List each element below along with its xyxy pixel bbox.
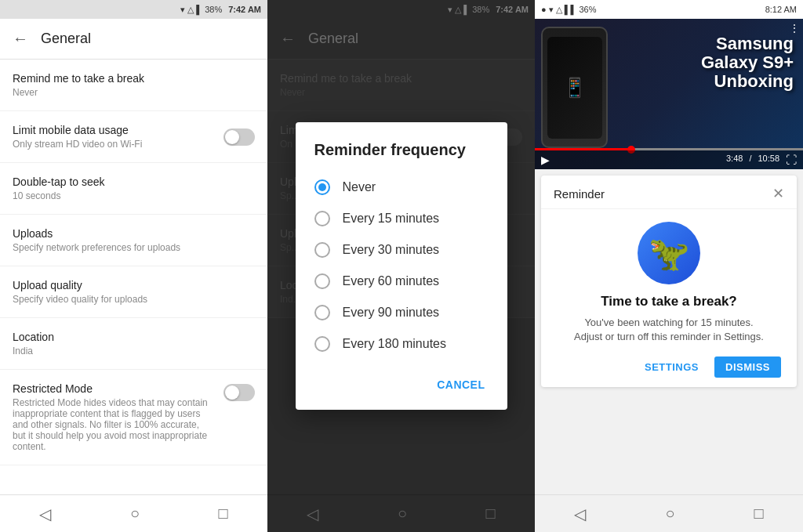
cancel-button[interactable]: CANCEL [427, 372, 494, 397]
phone-screen: 📱 [547, 37, 602, 139]
nav-bar-3: ◁ ○ □ [535, 494, 803, 532]
double-tap-sub: 10 seconds [13, 190, 255, 201]
radio-circle-never [314, 179, 330, 195]
phone-graphic: 📱 [541, 27, 608, 148]
reminder-card-header: Reminder ✕ [541, 176, 797, 209]
panel-1-settings: ▾ △ ▌ 38% 7:42 AM ← General Remind me to… [0, 0, 267, 532]
video-fullscreen-icon[interactable]: ⛶ [786, 154, 797, 166]
settings-item-upload-quality[interactable]: Upload quality Specify video quality for… [0, 266, 267, 318]
settings-item-uploads[interactable]: Uploads Specify network preferences for … [0, 215, 267, 266]
video-top-controls: ⋮ [789, 22, 800, 34]
radio-label-15min: Every 15 minutes [343, 212, 440, 226]
restricted-mode-toggle[interactable] [223, 384, 255, 401]
status-bar-3: ● ▾ △ ▌▌ 36% 8:12 AM [535, 0, 803, 19]
limit-data-title: Limit mobile data usage [13, 124, 223, 136]
dialog-actions: CANCEL [296, 366, 507, 404]
reminder-card: Reminder ✕ 🦖 Time to take a break? You'v… [541, 176, 797, 387]
restricted-mode-content: Restricted Mode Restricted Mode hides vi… [13, 382, 214, 452]
double-tap-title: Double-tap to seek [13, 176, 255, 188]
panel-3-video: ● ▾ △ ▌▌ 36% 8:12 AM 📱 SamsungGalaxy S9+… [535, 0, 803, 532]
radio-label-never: Never [343, 180, 376, 194]
radio-circle-60min [314, 273, 330, 289]
limit-data-toggle[interactable] [223, 128, 255, 146]
limit-data-sub: Only stream HD video on Wi-Fi [13, 139, 223, 150]
radio-option-30min[interactable]: Every 30 minutes [296, 234, 507, 266]
restricted-mode-title: Restricted Mode [13, 382, 214, 395]
limit-data-content: Limit mobile data usage Only stream HD v… [13, 124, 223, 150]
reminder-body: 🦖 Time to take a break? You've been watc… [541, 209, 797, 387]
nav-home-1[interactable]: ○ [130, 505, 140, 523]
video-play-icon[interactable]: ▶ [541, 154, 550, 166]
page-title-1: General [41, 31, 91, 47]
nav-square-1[interactable]: □ [219, 505, 228, 523]
radio-option-never[interactable]: Never [296, 172, 507, 203]
video-thumbnail[interactable]: 📱 SamsungGalaxy S9+Unboxing ⋮ ▶ 3:48 / 1… [535, 19, 803, 169]
video-time-duration: 10:58 [758, 154, 779, 166]
radio-label-30min: Every 30 minutes [343, 243, 440, 257]
video-time-sep: / [749, 154, 751, 166]
nav-back-1[interactable]: ◁ [39, 505, 51, 523]
settings-item-location[interactable]: Location India [0, 318, 267, 370]
top-bar-1: ← General [0, 19, 267, 60]
radio-option-60min[interactable]: Every 60 minutes [296, 266, 507, 297]
back-button-1[interactable]: ← [13, 30, 28, 48]
radio-label-60min: Every 60 minutes [343, 274, 440, 288]
nav-bar-1: ◁ ○ □ [0, 494, 267, 532]
reminder-actions: SETTINGS DISMISS [554, 356, 784, 378]
status-icons-3: ● ▾ △ ▌▌ 36% [541, 5, 596, 15]
settings-item-limit-data[interactable]: Limit mobile data usage Only stream HD v… [0, 111, 267, 163]
uploads-sub: Specify network preferences for uploads [13, 242, 255, 253]
reminder-dismiss-button[interactable]: DISMISS [714, 356, 781, 378]
phone-screen-content: 📱 [563, 77, 587, 99]
reminder-illustration: 🦖 [638, 222, 700, 284]
video-right-controls: 3:48 / 10:58 ⛶ [726, 154, 797, 166]
radio-circle-30min [314, 242, 330, 258]
upload-quality-sub: Specify video quality for uploads [13, 294, 255, 305]
settings-list-1: Remind me to take a break Never Limit mo… [0, 60, 267, 494]
radio-label-180min: Every 180 minutes [343, 337, 447, 351]
nav-home-3[interactable]: ○ [665, 505, 674, 523]
location-title: Location [13, 331, 255, 343]
video-controls-bar: ▶ 3:48 / 10:58 ⛶ [535, 150, 803, 169]
video-menu-icon[interactable]: ⋮ [789, 22, 800, 34]
status-icons-1: ▾ △ ▌ 38% [180, 5, 222, 15]
radio-option-180min[interactable]: Every 180 minutes [296, 328, 507, 360]
nav-square-3[interactable]: □ [754, 505, 763, 523]
status-bar-1: ▾ △ ▌ 38% 7:42 AM [0, 0, 267, 19]
radio-circle-90min [314, 305, 330, 320]
reminder-header-title: Reminder [554, 187, 605, 201]
dialog-title: Reminder frequency [296, 141, 507, 172]
panel-2-dialog: ▾ △ ▌ 38% 7:42 AM ← General Remind me to… [267, 0, 535, 532]
reminder-settings-button[interactable]: SETTINGS [638, 356, 705, 378]
upload-quality-title: Upload quality [13, 279, 255, 291]
radio-option-90min[interactable]: Every 90 minutes [296, 297, 507, 328]
video-time-elapsed: 3:48 [726, 154, 743, 166]
reminder-title: Time to take a break? [601, 294, 737, 309]
settings-item-double-tap[interactable]: Double-tap to seek 10 seconds [0, 163, 267, 215]
radio-option-15min[interactable]: Every 15 minutes [296, 203, 507, 234]
remind-break-title: Remind me to take a break [13, 72, 255, 85]
reminder-frequency-dialog: Reminder frequency Never Every 15 minute… [296, 122, 507, 410]
time-1: 7:42 AM [228, 5, 261, 14]
dialog-overlay: Reminder frequency Never Every 15 minute… [267, 0, 535, 532]
reminder-desc: You've been watching for 15 minutes.Adju… [574, 316, 764, 344]
radio-circle-15min [314, 211, 330, 226]
location-sub: India [13, 346, 255, 356]
restricted-mode-sub: Restricted Mode hides videos that may co… [13, 397, 214, 452]
settings-item-remind-break[interactable]: Remind me to take a break Never [0, 60, 267, 111]
remind-break-sub: Never [13, 87, 255, 98]
reminder-close-button[interactable]: ✕ [772, 185, 784, 202]
reminder-illustration-icon: 🦖 [649, 234, 689, 273]
video-title-overlay: SamsungGalaxy S9+Unboxing [701, 34, 794, 92]
time-3: 8:12 AM [765, 5, 797, 14]
uploads-title: Uploads [13, 227, 255, 240]
radio-circle-180min [314, 336, 330, 352]
settings-item-restricted-mode[interactable]: Restricted Mode Restricted Mode hides vi… [0, 370, 267, 465]
nav-back-3[interactable]: ◁ [574, 505, 586, 523]
radio-label-90min: Every 90 minutes [343, 306, 440, 320]
